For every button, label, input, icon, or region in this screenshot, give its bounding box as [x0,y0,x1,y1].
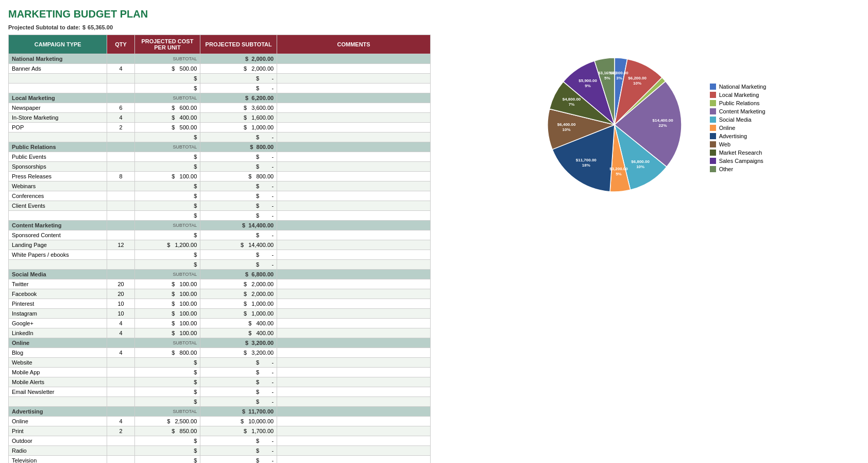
pie-chart-container: $2,000.003%$6,200.0010%$14,400.0022%$6,8… [535,45,694,206]
legend-color-5 [710,125,716,131]
table-row: Sponsored Content $ $ - [9,230,431,240]
table-row: $ $ - [9,260,431,270]
legend-label-8: Market Research [719,150,762,156]
category-row: Local Marketing SUBTOTAL $ 6,200.00 [9,93,431,103]
legend-color-9 [710,158,716,164]
chart-and-legend: $2,000.003%$6,200.0010%$14,400.0022%$6,8… [535,45,767,206]
legend-item-9: Sales Campaigns [710,158,767,164]
legend-item-1: Local Marketing [710,92,767,98]
table-row: Newspaper 6 $ 600.00 $ 3,600.00 [9,103,431,113]
legend-label-7: Web [719,141,730,147]
legend-color-4 [710,117,716,123]
legend-label-6: Advertising [719,133,747,139]
table-row: Mobile App $ $ - [9,368,431,377]
category-row: Advertising SUBTOTAL $ 11,700.00 [9,407,431,417]
header-campaign: CAMPAIGN TYPE [9,35,107,54]
table-row: Banner Ads 4 $ 500.00 $ 2,000.00 [9,64,431,74]
table-row: In-Store Marketing 4 $ 400.00 $ 1,600.00 [9,113,431,123]
legend-color-8 [710,150,716,156]
legend-color-7 [710,141,716,147]
category-row: Public Relations SUBTOTAL $ 800.00 [9,142,431,152]
category-name: National Marketing [9,54,107,64]
legend-label-4: Social Media [719,117,752,123]
budget-table: CAMPAIGN TYPE QTY PROJECTED COST PER UNI… [8,35,431,463]
table-row: LinkedIn 4 $ 100.00 $ 400.00 [9,328,431,338]
table-row: Google+ 4 $ 100.00 $ 400.00 [9,319,431,328]
legend-item-0: National Marketing [710,84,767,90]
table-row: Radio $ $ - [9,446,431,456]
table-row: Pinterest 10 $ 100.00 $ 1,000.00 [9,299,431,309]
legend-color-0 [710,84,716,90]
table-row: Sponsorships $ $ - [9,162,431,172]
legend-item-8: Market Research [710,150,767,156]
legend-item-4: Social Media [710,117,767,123]
category-name: Online [9,338,107,348]
legend-item-6: Advertising [710,133,767,139]
header-qty: QTY [107,35,134,54]
table-row: Facebook 20 $ 100.00 $ 2,000.00 [9,289,431,299]
table-row: Landing Page 12 $ 1,200.00 $ 14,400.00 [9,240,431,250]
table-row: $ $ - [9,211,431,221]
table-row: White Papers / ebooks $ $ - [9,250,431,260]
category-name: Social Media [9,270,107,279]
table-row: Email Newsletter $ $ - [9,387,431,397]
table-row: Website $ $ - [9,358,431,368]
legend-item-2: Public Relations [710,100,767,106]
table-row: Press Releases 8 $ 100.00 $ 800.00 [9,172,431,181]
header-cost: PROJECTED COST PER UNIT [134,35,200,54]
table-row: $ $ - [9,74,431,84]
header-subtotal: PROJECTED SUBTOTAL [200,35,277,54]
category-row: Online SUBTOTAL $ 3,200.00 [9,338,431,348]
legend-label-5: Online [719,125,736,131]
legend-color-2 [710,100,716,106]
category-name: Advertising [9,407,107,417]
subtitle-currency: $ [82,24,86,30]
legend-color-1 [710,92,716,98]
table-row: Conferences $ $ - [9,191,431,201]
table-section: CAMPAIGN TYPE QTY PROJECTED COST PER UNI… [8,35,431,463]
page: MARKETING BUDGET PLAN Projected Subtotal… [0,0,868,463]
category-name: Public Relations [9,142,107,152]
category-name: Local Marketing [9,93,107,103]
legend-color-6 [710,133,716,139]
table-row: $ $ - [9,397,431,407]
category-name: Content Marketing [9,221,107,230]
subtitle-label: Projected Subtotal to date: [8,24,80,30]
page-title: MARKETING BUDGET PLAN [8,8,860,20]
legend-label-10: Other [719,166,734,172]
legend-item-7: Web [710,141,767,147]
main-layout: CAMPAIGN TYPE QTY PROJECTED COST PER UNI… [8,35,860,463]
table-row: Client Events $ $ - [9,201,431,211]
table-row: Twitter 20 $ 100.00 $ 2,000.00 [9,279,431,289]
table-row: Public Events $ $ - [9,152,431,162]
table-row: Television $ $ - [9,456,431,464]
legend-item-5: Online [710,125,767,131]
legend-item-3: Content Marketing [710,108,767,114]
category-row: Social Media SUBTOTAL $ 6,800.00 [9,270,431,279]
legend-item-10: Other [710,166,767,172]
table-row: Mobile Alerts $ $ - [9,377,431,387]
table-row: Print 2 $ 850.00 $ 1,700.00 [9,426,431,436]
category-row: National Marketing SUBTOTAL $ 2,000.00 [9,54,431,64]
table-row: Online 4 $ 2,500.00 $ 10,000.00 [9,417,431,426]
table-row: $ $ - [9,133,431,142]
legend-label-1: Local Marketing [719,92,759,98]
legend-color-10 [710,166,716,172]
category-row: Content Marketing SUBTOTAL $ 14,400.00 [9,221,431,230]
table-row: Webinars $ $ - [9,181,431,191]
table-row: Blog 4 $ 800.00 $ 3,200.00 [9,348,431,358]
table-row: Outdoor $ $ - [9,436,431,446]
legend-label-2: Public Relations [719,100,760,106]
subtitle: Projected Subtotal to date: $ 65,365.00 [8,24,860,30]
pie-chart: $2,000.003%$6,200.0010%$14,400.0022%$6,8… [535,45,694,205]
table-row: POP 2 $ 500.00 $ 1,000.00 [9,123,431,133]
legend-label-0: National Marketing [719,84,767,90]
header-comments: COMMENTS [277,35,431,54]
chart-legend: National Marketing Local Marketing Publi… [710,84,767,172]
legend-label-9: Sales Campaigns [719,158,763,164]
legend-label-3: Content Marketing [719,108,765,114]
legend-color-3 [710,108,716,114]
subtitle-value: 65,365.00 [88,24,113,30]
chart-section: $2,000.003%$6,200.0010%$14,400.0022%$6,8… [441,35,860,463]
table-row: Instagram 10 $ 100.00 $ 1,000.00 [9,309,431,319]
